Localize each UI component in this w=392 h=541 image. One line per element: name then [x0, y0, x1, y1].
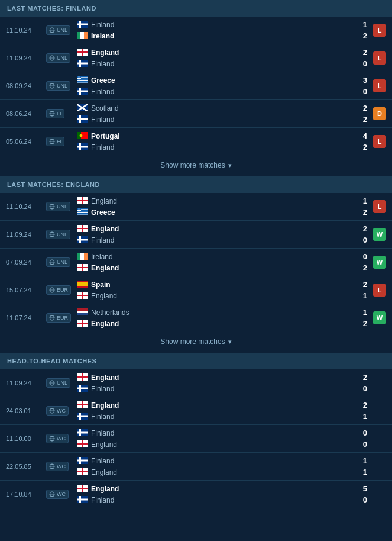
team-line: Finland0 [77, 58, 367, 69]
globe-icon [49, 287, 55, 293]
match-row[interactable]: 11.09.24UNLEngland2Finland0L [0, 44, 392, 72]
result-badge: L [373, 51, 386, 65]
competition-label: EUR [57, 315, 68, 321]
match-row[interactable]: 11.09.24UNLEngland2Finland0W [0, 221, 392, 249]
result-badge: L [373, 79, 386, 92]
matches-container-h2h: 11.09.24UNLEngland2Finland024.03.01WCEng… [0, 369, 392, 508]
team-line: England1 [77, 466, 367, 478]
team-line: England5 [77, 483, 367, 494]
svg-rect-99 [82, 292, 83, 299]
competition-label: WC [57, 463, 66, 469]
teams-block: Netherlands1England2 [77, 304, 367, 331]
result-badge: L [373, 200, 386, 213]
match-row[interactable]: 17.10.84WCEngland5Finland0 [0, 481, 392, 508]
svg-rect-104 [77, 311, 88, 313]
section-header-finland: LAST MATCHES: FINLAND [0, 0, 392, 17]
globe-icon [49, 27, 55, 33]
competition-label: EUR [57, 287, 68, 293]
team-line: Ireland2 [77, 30, 367, 41]
match-row[interactable]: 11.09.24UNLEngland2Finland0 [0, 369, 392, 397]
match-date: 24.03.01 [6, 407, 46, 414]
team-line: Scotland2 [77, 102, 367, 114]
competition-label: UNL [57, 259, 67, 265]
svg-rect-117 [79, 385, 81, 392]
teams-block: Spain2England1 [77, 276, 367, 304]
match-date: 07.09.24 [6, 259, 46, 266]
match-date: 15.07.24 [6, 286, 46, 294]
match-row[interactable]: 24.03.01WCEngland2Finland1 [0, 397, 392, 425]
svg-rect-28 [77, 81, 88, 82]
result-badge: W [373, 311, 386, 324]
svg-rect-73 [77, 210, 81, 211]
match-competition: UNL [46, 257, 77, 267]
team-name: England [91, 292, 351, 300]
svg-rect-16 [77, 63, 88, 65]
match-row[interactable]: 08.06.24FIScotland2Finland2D [0, 100, 392, 128]
match-competition: UNL [46, 230, 77, 239]
teams-block: Finland1England1 [77, 453, 367, 480]
team-name: Finland [91, 457, 351, 465]
team-line: Finland2 [77, 114, 367, 125]
match-date: 17.10.84 [6, 491, 46, 498]
team-line: Finland1 [77, 19, 367, 30]
team-score: 1 [355, 308, 367, 317]
match-date: 11.10.24 [6, 203, 46, 210]
team-name: Ireland [91, 32, 351, 40]
svg-rect-86 [77, 253, 80, 260]
globe-icon [49, 491, 55, 497]
match-row[interactable]: 11.10.00WCFinland0England0 [0, 425, 392, 453]
flag-finland [77, 457, 88, 465]
matches-container-finland: 11.10.24UNLFinland1Ireland2L11.09.24UNLE… [0, 17, 392, 155]
show-more-button[interactable]: Show more matches▾ [0, 331, 392, 352]
flag-england [77, 485, 88, 492]
flag-spain [77, 281, 88, 288]
flag-england [77, 264, 88, 272]
team-line: Netherlands1 [77, 307, 367, 318]
competition-label: UNL [57, 380, 67, 386]
match-row[interactable]: 05.06.24FIPortugal4Finland2L [0, 128, 392, 155]
match-row[interactable]: 08.09.24UNLGreece3Finland0L [0, 72, 392, 100]
svg-rect-6 [77, 32, 80, 39]
team-name: England [91, 401, 351, 410]
svg-rect-79 [82, 225, 83, 232]
team-score: 1 [355, 456, 367, 465]
team-name: England [91, 197, 351, 205]
team-name: Finland [91, 115, 351, 124]
flag-scotland [77, 104, 88, 112]
match-row[interactable]: 22.05.85WCFinland1England1 [0, 453, 392, 481]
flag-england [77, 49, 88, 56]
competition-label: UNL [57, 204, 67, 210]
match-competition: EUR [46, 285, 77, 295]
show-more-button[interactable]: Show more matches▾ [0, 155, 392, 175]
team-name: Finland [91, 236, 351, 244]
match-competition: FI [46, 137, 77, 146]
team-score: 5 [355, 484, 367, 493]
match-row[interactable]: 15.07.24EURSpain2England1L [0, 276, 392, 304]
svg-rect-150 [82, 485, 83, 492]
competition-label: UNL [57, 55, 67, 61]
match-row[interactable]: 07.09.24UNLIreland0England2W [0, 249, 392, 276]
flag-ireland [77, 32, 88, 40]
svg-rect-70 [77, 215, 88, 215]
team-line: Greece2 [77, 207, 367, 218]
team-name: Finland [91, 60, 351, 68]
match-date: 11.07.24 [6, 314, 46, 321]
svg-rect-8 [84, 32, 88, 39]
match-row[interactable]: 11.07.24EURNetherlands1England2W [0, 304, 392, 331]
team-score: 2 [355, 401, 367, 410]
team-name: Finland [91, 21, 351, 29]
match-row[interactable]: 11.10.24UNLEngland1Greece2L [0, 193, 392, 221]
team-score: 1 [355, 291, 367, 300]
team-score: 1 [355, 197, 367, 205]
match-row[interactable]: 11.10.24UNLFinland1Ireland2L [0, 17, 392, 44]
flag-portugal [77, 132, 88, 140]
flag-finland [77, 21, 88, 28]
svg-rect-60 [82, 197, 83, 204]
svg-rect-5 [79, 21, 81, 28]
show-more-label: Show more matches [160, 161, 225, 169]
svg-rect-45 [79, 115, 81, 123]
competition-label: FI [57, 111, 61, 117]
svg-rect-67 [77, 212, 88, 213]
team-name: Finland [91, 429, 351, 437]
teams-block: Greece3Finland0 [77, 72, 367, 99]
